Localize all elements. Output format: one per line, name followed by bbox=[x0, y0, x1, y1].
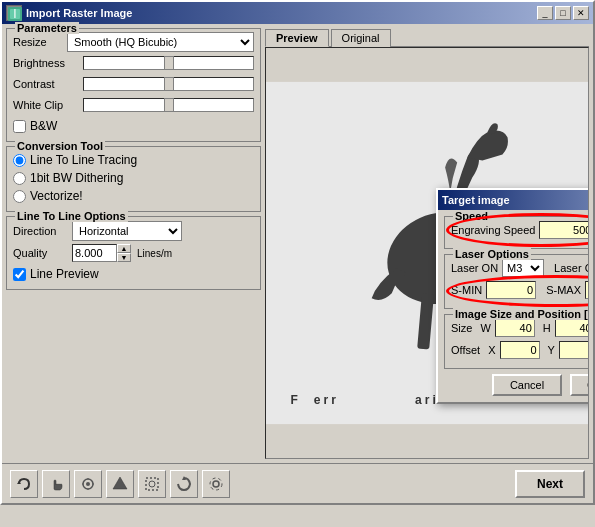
laser-on-select[interactable]: M3 M4 bbox=[502, 259, 544, 277]
radio-vectorize-label: Vectorize! bbox=[30, 189, 83, 203]
toolbar-undo-button[interactable] bbox=[10, 470, 38, 498]
spinner-down[interactable]: ▼ bbox=[117, 253, 131, 262]
window-title: Import Raster Image bbox=[26, 7, 537, 19]
window-icon: I bbox=[6, 5, 22, 21]
quality-input[interactable] bbox=[72, 244, 117, 262]
resize-label: Resize bbox=[13, 36, 67, 48]
toolbar-hand-button[interactable] bbox=[42, 470, 70, 498]
bottom-toolbar: Next bbox=[2, 463, 593, 503]
svg-marker-15 bbox=[113, 477, 127, 489]
direction-row: Direction Horizontal bbox=[13, 221, 254, 241]
radio-line-tracing-label: Line To Line Tracing bbox=[30, 153, 137, 167]
target-image-modal: Target image ✕ Speed Engraving Speed bbox=[436, 188, 589, 404]
width-input[interactable] bbox=[495, 319, 535, 337]
image-size-label: Image Size and Position [mm] bbox=[453, 308, 589, 320]
resize-row: Resize Smooth (HQ Bicubic) bbox=[13, 33, 254, 51]
laser-off-label: Laser OFF bbox=[554, 262, 589, 274]
svg-point-14 bbox=[86, 482, 90, 486]
left-panel: Parameters Resize Smooth (HQ Bicubic) Br… bbox=[6, 28, 261, 459]
toolbar-settings-button[interactable] bbox=[202, 470, 230, 498]
svg-text:I: I bbox=[13, 7, 16, 21]
radio-line-tracing-input[interactable] bbox=[13, 154, 26, 167]
quality-spinner: ▲ ▼ bbox=[72, 244, 131, 262]
toolbar-rotate-button[interactable] bbox=[170, 470, 198, 498]
offset-label: Offset bbox=[451, 344, 480, 356]
brightness-slider[interactable] bbox=[83, 56, 254, 70]
line-preview-checkbox[interactable] bbox=[13, 268, 26, 281]
modal-content: Speed Engraving Speed mm/min Laser Optio… bbox=[438, 210, 589, 402]
radio-vectorize-input[interactable] bbox=[13, 190, 26, 203]
size-label: Size bbox=[451, 322, 472, 334]
offset-row: Offset X Y bbox=[451, 341, 589, 359]
y-input[interactable] bbox=[559, 341, 589, 359]
preview-area: ari err F Target image ✕ Speed bbox=[265, 47, 589, 459]
resize-dropdown[interactable]: Smooth (HQ Bicubic) bbox=[67, 32, 254, 52]
toolbar-zoom-button[interactable] bbox=[106, 470, 134, 498]
window-controls: _ □ ✕ bbox=[537, 6, 589, 20]
tab-bar: Preview Original bbox=[265, 28, 589, 47]
line-options-group: Line To Line Options Direction Horizonta… bbox=[6, 216, 261, 290]
next-button[interactable]: Next bbox=[515, 470, 585, 498]
main-window: I Import Raster Image _ □ ✕ Parameters R… bbox=[0, 0, 595, 505]
baw-row: B&W bbox=[13, 117, 254, 135]
laser-on-label: Laser ON bbox=[451, 262, 498, 274]
white-clip-slider[interactable] bbox=[83, 98, 254, 112]
brightness-row: Brightness bbox=[13, 54, 254, 72]
y-label: Y bbox=[548, 344, 555, 356]
speed-group: Speed Engraving Speed mm/min bbox=[444, 216, 589, 249]
line-preview-row: Line Preview bbox=[13, 265, 254, 283]
h-label: H bbox=[543, 322, 551, 334]
toolbar-move-button[interactable] bbox=[74, 470, 102, 498]
svg-point-19 bbox=[213, 481, 219, 487]
smin-input[interactable] bbox=[486, 281, 536, 299]
radio-line-tracing: Line To Line Tracing bbox=[13, 151, 254, 169]
title-bar: I Import Raster Image _ □ ✕ bbox=[2, 2, 593, 24]
quality-label: Quality bbox=[13, 247, 68, 259]
height-input[interactable] bbox=[555, 319, 589, 337]
close-button[interactable]: ✕ bbox=[573, 6, 589, 20]
spinner-buttons: ▲ ▼ bbox=[117, 244, 131, 262]
engraving-speed-input[interactable] bbox=[539, 221, 589, 239]
right-panel: Preview Original bbox=[265, 28, 589, 459]
line-preview-label: Line Preview bbox=[30, 267, 99, 281]
laser-on-off-row: Laser ON M3 M4 Laser OFF M5 M3 bbox=[451, 259, 589, 277]
contrast-slider[interactable] bbox=[83, 77, 254, 91]
modal-title: Target image bbox=[442, 194, 589, 206]
baw-checkbox[interactable] bbox=[13, 120, 26, 133]
line-options-title: Line To Line Options bbox=[15, 210, 128, 222]
cancel-button[interactable]: Cancel bbox=[492, 374, 562, 396]
x-label: X bbox=[488, 344, 495, 356]
spinner-up[interactable]: ▲ bbox=[117, 244, 131, 253]
laser-options-group: Laser Options Laser ON M3 M4 Laser OFF bbox=[444, 254, 589, 309]
contrast-label: Contrast bbox=[13, 78, 83, 90]
tab-original[interactable]: Original bbox=[331, 29, 391, 47]
tab-preview[interactable]: Preview bbox=[265, 29, 329, 47]
direction-dropdown[interactable]: Horizontal bbox=[72, 221, 182, 241]
svg-text:err: err bbox=[314, 393, 339, 407]
white-clip-row: White Clip bbox=[13, 96, 254, 114]
minimize-button[interactable]: _ bbox=[537, 6, 553, 20]
maximize-button[interactable]: □ bbox=[555, 6, 571, 20]
parameters-group: Parameters Resize Smooth (HQ Bicubic) Br… bbox=[6, 28, 261, 142]
quality-row: Quality ▲ ▼ Lines/m bbox=[13, 244, 254, 262]
radio-dithering-input[interactable] bbox=[13, 172, 26, 185]
contrast-row: Contrast bbox=[13, 75, 254, 93]
smax-input[interactable] bbox=[585, 281, 589, 299]
direction-label: Direction bbox=[13, 225, 68, 237]
smax-label: S-MAX bbox=[546, 284, 581, 296]
svg-point-17 bbox=[149, 481, 155, 487]
smin-label: S-MIN bbox=[451, 284, 482, 296]
toolbar-select-button[interactable] bbox=[138, 470, 166, 498]
content-area: Parameters Resize Smooth (HQ Bicubic) Br… bbox=[2, 24, 593, 463]
x-input[interactable] bbox=[500, 341, 540, 359]
modal-title-bar: Target image ✕ bbox=[438, 190, 589, 210]
create-button[interactable]: Create! bbox=[570, 374, 589, 396]
white-clip-label: White Clip bbox=[13, 99, 83, 111]
smin-smax-row: S-MIN S-MAX i bbox=[451, 281, 589, 299]
conversion-tool-group: Conversion Tool Line To Line Tracing 1bi… bbox=[6, 146, 261, 212]
quality-unit: Lines/m bbox=[137, 248, 172, 259]
modal-buttons: Cancel Create! bbox=[444, 374, 589, 396]
svg-text:F: F bbox=[290, 393, 297, 407]
baw-label: B&W bbox=[30, 119, 57, 133]
svg-point-20 bbox=[210, 478, 222, 490]
